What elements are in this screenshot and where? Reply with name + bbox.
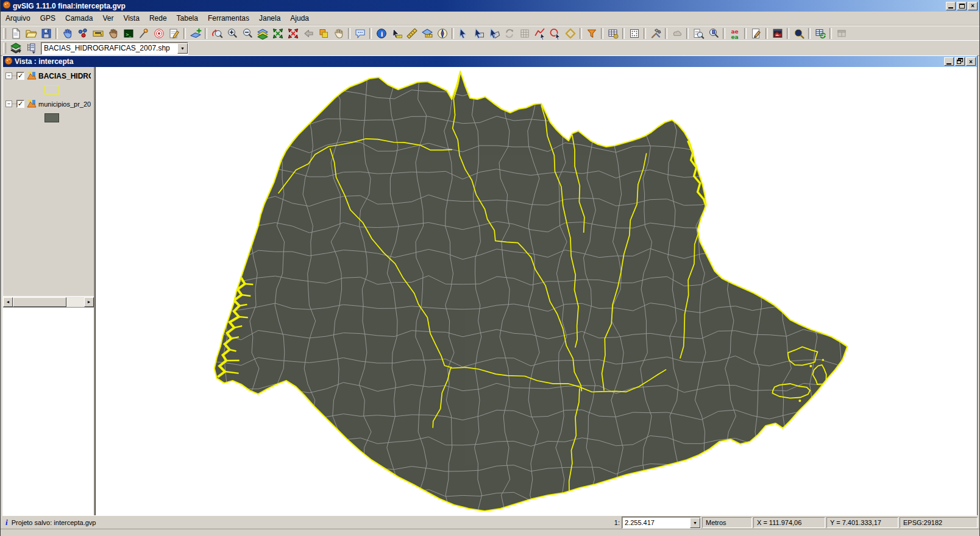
grid-settings-button[interactable] <box>517 27 532 40</box>
toolbar-grip <box>3 28 6 39</box>
hyperlink-button[interactable] <box>352 27 367 40</box>
export-table-button[interactable] <box>812 27 828 40</box>
layer-visibility-checkbox[interactable]: ✓ <box>16 100 24 108</box>
gazetteer-button[interactable] <box>136 27 151 40</box>
layer-label[interactable]: BACIAS_HIDRO <box>38 72 91 80</box>
editing-commands-button[interactable] <box>166 27 182 40</box>
active-layer-combobox[interactable]: BACIAS_HIDROGRAFICAS_2007.shp ▼ <box>41 42 188 55</box>
selection-matrix-button[interactable] <box>627 27 642 40</box>
menu-item-tabela[interactable]: Tabela <box>172 13 203 24</box>
collapse-toggle[interactable]: − <box>5 72 12 79</box>
reload-layer-button[interactable] <box>502 27 517 40</box>
select-by-point-button[interactable] <box>456 27 471 40</box>
pan-icon <box>333 27 345 40</box>
menu-item-camada[interactable]: Camada <box>60 13 98 24</box>
open-project-button[interactable] <box>23 27 38 40</box>
vista-minimize-button[interactable] <box>944 57 954 66</box>
data-access-button[interactable] <box>105 27 121 40</box>
menu-item-vista[interactable]: Vista <box>118 13 144 24</box>
map-overview-button[interactable] <box>770 27 785 40</box>
visible-layers-button[interactable] <box>8 41 23 55</box>
select-by-buffer-button[interactable] <box>563 27 578 40</box>
locate-by-attribute-button[interactable] <box>691 27 706 40</box>
gazetteer-icon <box>138 27 150 40</box>
menu-item-arquivo[interactable]: Arquivo <box>1 13 35 24</box>
select-by-circle-button[interactable] <box>547 27 563 40</box>
combobox-dropdown-icon[interactable]: ▼ <box>177 43 188 54</box>
gps-tools-button[interactable] <box>60 27 75 40</box>
window-tile-disabled-icon <box>836 27 848 40</box>
vista-restore-button[interactable] <box>955 57 965 66</box>
centre-view-button[interactable] <box>151 27 166 40</box>
info-icon: i <box>5 518 8 527</box>
scripting-console-button[interactable]: >_ <box>121 27 136 40</box>
zoom-all-layers-button[interactable] <box>255 27 270 40</box>
scale-value: 2.255.417 <box>622 519 690 526</box>
annotation-style-button[interactable] <box>748 27 764 40</box>
zoom-in-icon <box>226 27 238 40</box>
layer-row[interactable]: −✓municipios_pr_20 <box>3 97 94 110</box>
move-layer-button[interactable] <box>316 27 331 40</box>
map-canvas[interactable] <box>95 67 977 515</box>
zoom-out-icon <box>241 27 254 40</box>
menu-item-rede[interactable]: Rede <box>144 13 172 24</box>
table-properties-button[interactable] <box>605 27 620 40</box>
map-view[interactable] <box>96 67 977 515</box>
coordinate-y-panel: Y = 7.401.333,17 <box>826 517 898 528</box>
close-button[interactable]: × <box>968 2 978 10</box>
filter-button[interactable] <box>584 27 599 40</box>
minimize-button[interactable] <box>946 2 956 10</box>
vista-close-button[interactable]: × <box>966 57 976 66</box>
navigation-compass-button[interactable] <box>435 27 450 40</box>
select-and-measure-button[interactable] <box>389 27 404 40</box>
new-document-button[interactable] <box>8 27 23 40</box>
full-extent-button[interactable] <box>285 27 300 40</box>
toc-order-button[interactable] <box>23 41 38 55</box>
menu-item-janela[interactable]: Janela <box>254 13 285 24</box>
toc-horizontal-scrollbar[interactable]: ◄ ► <box>3 296 94 307</box>
zoom-manager-button[interactable] <box>791 27 806 40</box>
layer-visibility-checkbox[interactable]: ✓ <box>16 72 24 80</box>
labeling-button[interactable]: aeea <box>727 27 742 40</box>
select-by-rectangle-button[interactable] <box>471 27 486 40</box>
zoom-out-button[interactable] <box>240 27 255 40</box>
maximize-button[interactable] <box>957 2 967 10</box>
search-button[interactable]: B <box>706 27 721 40</box>
next-extent-button[interactable] <box>300 27 316 40</box>
scale-dropdown-icon[interactable]: ▼ <box>690 518 700 528</box>
save-project-button[interactable] <box>38 27 54 40</box>
georeferencing-button[interactable] <box>75 27 90 40</box>
measure-area-button[interactable] <box>419 27 435 40</box>
toolbar-grip <box>3 43 6 54</box>
select-by-polygon-button[interactable] <box>486 27 502 40</box>
select-by-polyline-button[interactable] <box>532 27 547 40</box>
window-title: gvSIG 1.11.0 final:intercepta.gvp <box>13 2 126 10</box>
scroll-left-button[interactable]: ◄ <box>3 297 13 307</box>
measure-distance-button[interactable] <box>404 27 419 40</box>
information-button[interactable]: i <box>374 27 389 40</box>
layer-row[interactable]: −✓BACIAS_HIDRO <box>3 69 94 82</box>
toolbox-button[interactable] <box>648 27 663 40</box>
zoom-previous-button[interactable] <box>209 27 224 40</box>
menu-item-ferramentas[interactable]: Ferramentas <box>203 13 254 24</box>
zoom-in-button[interactable] <box>224 27 240 40</box>
layer-label[interactable]: municipios_pr_20 <box>38 100 91 108</box>
export-data-button[interactable] <box>90 27 105 40</box>
scroll-right-button[interactable]: ► <box>84 297 94 307</box>
tree-connector <box>12 76 16 77</box>
scrollbar-thumb[interactable] <box>13 297 66 307</box>
add-layer-button[interactable] <box>188 27 203 40</box>
zoom-to-selection-button[interactable] <box>270 27 285 40</box>
menu-item-gps[interactable]: GPS <box>35 13 60 24</box>
menu-item-ajuda[interactable]: Ajuda <box>285 13 314 24</box>
minimize-icon <box>948 7 953 9</box>
toolbar-separator <box>829 28 832 39</box>
menu-item-ver[interactable]: Ver <box>98 13 118 24</box>
legend-swatch-outline[interactable] <box>44 85 59 94</box>
pan-button[interactable] <box>331 27 346 40</box>
collapse-toggle[interactable]: − <box>5 100 12 107</box>
scale-combobox[interactable]: 2.255.417 ▼ <box>622 517 701 529</box>
scale-control: 1: 2.255.417 ▼ <box>614 517 701 529</box>
legend-swatch-fill[interactable] <box>44 113 59 122</box>
editing-commands-icon <box>168 27 180 40</box>
